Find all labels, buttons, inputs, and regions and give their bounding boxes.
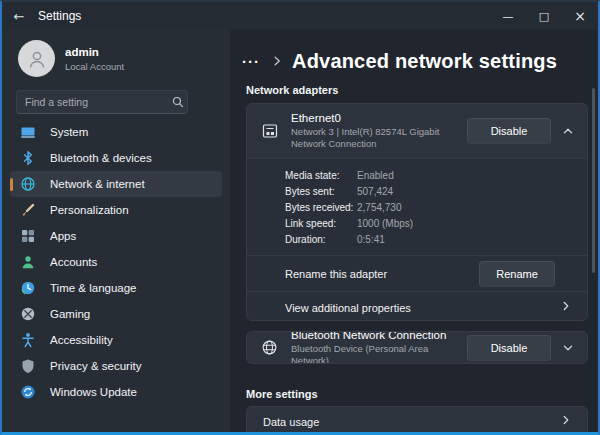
data-usage-label: Data usage: [263, 416, 559, 428]
breadcrumb-chevron-icon: [271, 55, 283, 67]
view-additional-properties-row[interactable]: View additional properties: [247, 291, 587, 321]
chevron-down-icon[interactable]: [555, 341, 581, 355]
sidebar-nav: System Bluetooth & devices Network & int…: [10, 119, 222, 405]
detail-row-bytes-received: Bytes received: 2,754,730: [247, 199, 587, 215]
back-button[interactable]: ←: [2, 2, 36, 30]
adapter-description: Network 3 | Intel(R) 82574L Gigabit Netw…: [291, 126, 461, 150]
sidebar-item-personalization[interactable]: Personalization: [10, 197, 222, 223]
sidebar-item-network-internet[interactable]: Network & internet: [10, 171, 222, 197]
sidebar-item-label: Time & language: [50, 282, 137, 294]
bluetooth-disable-button[interactable]: Disable: [467, 335, 551, 361]
bluetooth-icon: [20, 150, 36, 166]
detail-value: Enabled: [357, 170, 394, 181]
minimize-button[interactable]: —: [490, 2, 526, 30]
sidebar-item-label: Windows Update: [50, 386, 137, 398]
page-title: Advanced network settings: [292, 50, 557, 73]
detail-value: 1000 (Mbps): [357, 218, 413, 229]
sidebar-item-privacy-security[interactable]: Privacy & security: [10, 353, 222, 379]
bluetooth-adapter-card: Bluetooth Network Connection Bluetooth D…: [246, 331, 588, 364]
ethernet-adapter-icon: [261, 122, 279, 140]
sidebar-item-label: Privacy & security: [50, 360, 141, 372]
sidebar-item-accessibility[interactable]: Accessibility: [10, 327, 222, 353]
detail-label: Link speed:: [285, 218, 357, 229]
maximize-button[interactable]: □: [526, 2, 562, 30]
chevron-right-icon: [559, 413, 573, 431]
search-icon: [168, 95, 187, 109]
detail-row-link-speed: Link speed: 1000 (Mbps): [247, 215, 587, 231]
detail-row-duration: Duration: 0:5:41: [247, 231, 587, 247]
person-icon: [26, 48, 48, 70]
ethernet-adapter-card: Ethernet0 Network 3 | Intel(R) 82574L Gi…: [246, 103, 588, 321]
breadcrumb: ··· Advanced network settings: [240, 46, 557, 76]
network-internet-icon: [20, 176, 36, 192]
sidebar-item-label: Network & internet: [50, 178, 145, 190]
scrollbar[interactable]: [592, 88, 595, 273]
sidebar-item-label: Accounts: [50, 256, 97, 268]
time-language-icon: [20, 280, 36, 296]
rename-button[interactable]: Rename: [479, 261, 555, 287]
detail-row-bytes-sent: Bytes sent: 507,424: [247, 183, 587, 199]
bluetooth-network-icon: [261, 339, 279, 356]
ethernet-adapter-header[interactable]: Ethernet0 Network 3 | Intel(R) 82574L Gi…: [247, 104, 587, 158]
gaming-icon: [20, 306, 36, 322]
close-button[interactable]: ×: [562, 2, 598, 30]
breadcrumb-ellipsis-button[interactable]: ···: [240, 53, 262, 70]
sidebar-item-windows-update[interactable]: Windows Update: [10, 379, 222, 405]
detail-label: Bytes received:: [285, 202, 357, 213]
shield-icon: [20, 358, 36, 374]
main-content: ··· Advanced network settings Network ad…: [230, 30, 598, 432]
account-info[interactable]: admin Local Account: [18, 40, 124, 77]
sidebar-item-label: Personalization: [50, 204, 129, 216]
sidebar-item-accounts[interactable]: Accounts: [10, 249, 222, 275]
sidebar-item-time-language[interactable]: Time & language: [10, 275, 222, 301]
detail-label: Duration:: [285, 234, 357, 245]
account-type: Local Account: [65, 61, 124, 72]
settings-window: ← Settings — □ × admin Local Account: [0, 0, 600, 435]
account-name: admin: [65, 46, 124, 58]
network-adapters-header: Network adapters: [246, 84, 338, 96]
sidebar-item-gaming[interactable]: Gaming: [10, 301, 222, 327]
minimize-icon: —: [503, 10, 514, 23]
sidebar-item-label: Gaming: [50, 308, 90, 320]
sidebar-item-label: Apps: [50, 230, 76, 242]
accessibility-icon: [20, 332, 36, 348]
windows-update-icon: [20, 384, 36, 400]
selection-indicator: [10, 178, 13, 191]
back-icon: ←: [14, 9, 25, 24]
chevron-up-icon[interactable]: [555, 124, 581, 138]
sidebar-item-label: System: [50, 126, 88, 138]
titlebar: ← Settings — □ ×: [2, 2, 598, 30]
accounts-icon: [20, 254, 36, 270]
data-usage-card: Data usage: [246, 406, 588, 435]
view-additional-properties-label: View additional properties: [285, 302, 559, 314]
sidebar-item-system[interactable]: System: [10, 119, 222, 145]
apps-icon: [20, 228, 36, 244]
system-icon: [20, 124, 36, 140]
adapter-details: Media state: Enabled Bytes sent: 507,424…: [247, 158, 587, 255]
sidebar-item-apps[interactable]: Apps: [10, 223, 222, 249]
window-title: Settings: [38, 9, 81, 23]
sidebar-item-bluetooth-devices[interactable]: Bluetooth & devices: [10, 145, 222, 171]
adapter-name: Bluetooth Network Connection: [291, 331, 461, 341]
search-input[interactable]: [17, 96, 168, 108]
detail-row-media-state: Media state: Enabled: [247, 167, 587, 183]
ethernet-disable-button[interactable]: Disable: [467, 118, 551, 144]
sidebar: admin Local Account System: [2, 30, 230, 432]
sidebar-item-label: Bluetooth & devices: [50, 152, 152, 164]
close-icon: ×: [574, 8, 586, 24]
bluetooth-adapter-header[interactable]: Bluetooth Network Connection Bluetooth D…: [247, 332, 587, 363]
avatar: [18, 40, 55, 77]
search-box[interactable]: [16, 90, 188, 114]
detail-value: 507,424: [357, 186, 393, 197]
more-settings-header: More settings: [246, 388, 318, 400]
adapter-name: Ethernet0: [291, 112, 461, 124]
adapter-description: Bluetooth Device (Personal Area Network): [291, 343, 461, 364]
maximize-icon: □: [539, 10, 549, 23]
chevron-right-icon: [559, 299, 573, 317]
detail-value: 2,754,730: [357, 202, 402, 213]
detail-value: 0:5:41: [357, 234, 385, 245]
data-usage-row[interactable]: Data usage: [247, 407, 587, 435]
rename-adapter-label: Rename this adapter: [285, 268, 479, 280]
detail-label: Bytes sent:: [285, 186, 357, 197]
rename-adapter-row: Rename this adapter Rename: [247, 255, 587, 291]
